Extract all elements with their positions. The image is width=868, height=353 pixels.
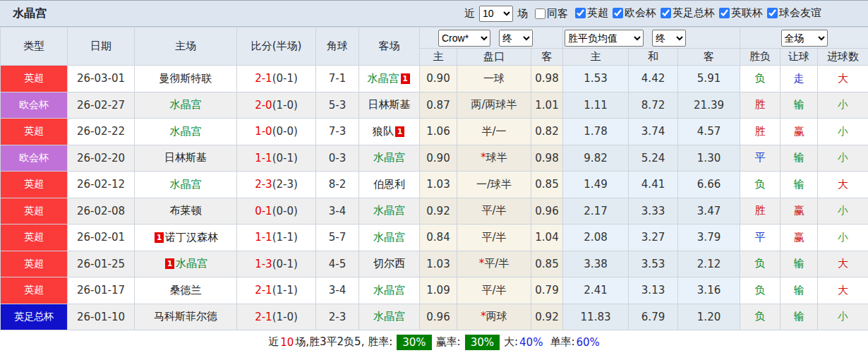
avg-draw-odds: 6.79 bbox=[629, 304, 678, 330]
league-filter-1[interactable]: 英超 bbox=[575, 6, 608, 20]
col-header-away: 客场 bbox=[359, 28, 420, 66]
league-type-badge: 英足总杯 bbox=[1, 304, 68, 330]
league-filter-checkbox[interactable] bbox=[719, 8, 730, 18]
bookmaker-state-select[interactable]: 终 bbox=[499, 30, 533, 47]
avg-draw-odds: 3.27 bbox=[629, 225, 678, 251]
avg-home-odds: 3.38 bbox=[563, 251, 629, 277]
league-filter-label: 球会友谊 bbox=[779, 6, 821, 20]
avg-away-odds: 3.47 bbox=[678, 198, 740, 225]
avg-away-odds: 4.57 bbox=[678, 119, 740, 145]
away-team-cell[interactable]: 狼队1 bbox=[359, 119, 420, 145]
bookmaker-home-odds: 0.87 bbox=[420, 92, 457, 119]
goals-result: 小 bbox=[818, 119, 868, 145]
away-team-cell[interactable]: 水晶宫 bbox=[359, 198, 420, 225]
near-label: 近 bbox=[464, 7, 475, 20]
corner-cell: 8-2 bbox=[316, 172, 359, 198]
away-team-cell[interactable]: 水晶宫 bbox=[359, 277, 420, 304]
summary-footer: 近10场,胜3平2负5, 胜率: 30% 赢率: 30% 大:40% 单率:60… bbox=[0, 330, 868, 353]
league-filter-checkbox[interactable] bbox=[661, 8, 671, 18]
league-filter-3[interactable]: 英足总杯 bbox=[661, 6, 715, 20]
bookmaker-away-odds: 0.92 bbox=[531, 304, 563, 330]
match-date: 26-01-17 bbox=[68, 277, 135, 304]
away-team-cell[interactable]: 切尔西 bbox=[359, 251, 420, 277]
avg-odds-select[interactable]: 胜平负均值 bbox=[565, 30, 644, 47]
handicap-result: 赢 bbox=[780, 225, 818, 251]
handicap-cell: 平/半 bbox=[457, 277, 531, 304]
corner-cell: 5-7 bbox=[316, 225, 359, 251]
match-scope-select[interactable]: 全场 bbox=[781, 30, 828, 47]
handicap-line: 半/一 bbox=[481, 125, 506, 138]
handicap-result: 输 bbox=[780, 304, 818, 330]
recent-games-select[interactable]: 10 bbox=[479, 6, 513, 22]
home-team-cell[interactable]: 1诺丁汉森林 bbox=[135, 225, 237, 251]
win-loss-result: 平 bbox=[740, 225, 780, 251]
home-team-name: 日林斯基 bbox=[164, 151, 207, 164]
avg-home-odds: 1.11 bbox=[563, 92, 629, 119]
home-team-cell[interactable]: 水晶宫 bbox=[135, 119, 237, 145]
bookmaker-away-odds: 0.82 bbox=[531, 119, 563, 145]
bookmaker-home-odds: 0.96 bbox=[420, 304, 457, 330]
home-team-cell[interactable]: 1水晶宫 bbox=[135, 251, 237, 277]
handicap-result: 赢 bbox=[780, 198, 818, 225]
handicap-result: 输 bbox=[780, 251, 818, 277]
handicap-line: 平/半 bbox=[484, 257, 509, 270]
handicap-line: 两/两球半 bbox=[471, 98, 517, 111]
bookmaker-select[interactable]: Crow* bbox=[438, 30, 490, 47]
league-filter-label: 欧会杯 bbox=[625, 6, 656, 20]
team-title: 水晶宫 bbox=[13, 6, 47, 21]
home-team-cell[interactable]: 布莱顿 bbox=[135, 198, 237, 225]
bookmaker-home-odds: 0.90 bbox=[420, 66, 457, 92]
bookmaker-home-odds: 0.92 bbox=[420, 198, 457, 225]
league-filter-2[interactable]: 欧会杯 bbox=[613, 6, 656, 20]
home-team-cell[interactable]: 日林斯基 bbox=[135, 145, 237, 172]
league-filter-4[interactable]: 英联杯 bbox=[719, 6, 763, 20]
halftime-score: (1-1) bbox=[272, 231, 298, 244]
away-team-cell[interactable]: 水晶宫 bbox=[359, 304, 420, 330]
away-team-name: 日林斯基 bbox=[368, 98, 411, 111]
league-filter-checkbox[interactable] bbox=[613, 8, 623, 18]
avg-state-select[interactable]: 终 bbox=[652, 30, 686, 47]
home-team-cell[interactable]: 桑德兰 bbox=[135, 277, 237, 304]
league-filter-checkbox[interactable] bbox=[575, 8, 586, 18]
away-team-cell[interactable]: 伯恩利 bbox=[359, 172, 420, 198]
home-team-cell[interactable]: 马科斯菲尔德 bbox=[135, 304, 237, 330]
sub-header-crow-home: 主 bbox=[420, 49, 457, 66]
avg-away-odds: 1.30 bbox=[678, 145, 740, 172]
home-team-cell[interactable]: 水晶宫 bbox=[135, 92, 237, 119]
goals-result: 大 bbox=[818, 251, 868, 277]
away-team-name: 狼队 bbox=[373, 125, 394, 138]
avg-draw-odds: 3.13 bbox=[629, 277, 678, 304]
goals-result: 小 bbox=[818, 198, 868, 225]
same-away-filter[interactable]: 同客 bbox=[535, 7, 568, 20]
league-filter-checkbox[interactable] bbox=[767, 8, 778, 18]
away-team-cell[interactable]: 日林斯基 bbox=[359, 92, 420, 119]
same-away-checkbox[interactable] bbox=[535, 8, 545, 19]
away-team-name: 水晶宫 bbox=[373, 231, 405, 244]
home-team-cell[interactable]: 曼彻斯特联 bbox=[135, 66, 237, 92]
match-date: 26-01-10 bbox=[68, 304, 135, 330]
bookmaker-away-odds: 0.98 bbox=[531, 145, 563, 172]
col-header-type: 类型 bbox=[1, 28, 68, 66]
avg-home-odds: 9.82 bbox=[563, 145, 629, 172]
match-row: 英超 26-03-01 曼彻斯特联 2-1(0-1) 7-1 水晶宫1 0.90… bbox=[1, 66, 868, 92]
away-team-cell[interactable]: 水晶宫 bbox=[359, 145, 420, 172]
away-team-cell[interactable]: 水晶宫1 bbox=[359, 66, 420, 92]
home-team-name: 布莱顿 bbox=[170, 204, 202, 217]
goals-result: 大 bbox=[818, 66, 868, 92]
fulltime-score: 2-3 bbox=[255, 178, 272, 191]
home-team-name: 水晶宫 bbox=[170, 178, 202, 191]
away-team-cell[interactable]: 水晶宫 bbox=[359, 225, 420, 251]
away-team-name: 水晶宫 bbox=[373, 151, 405, 164]
win-loss-result: 负 bbox=[740, 304, 780, 330]
avg-home-odds: 1.78 bbox=[563, 119, 629, 145]
league-filter-5[interactable]: 球会友谊 bbox=[767, 6, 821, 20]
league-type-badge: 英超 bbox=[1, 119, 68, 145]
handicap-cell: 一/球半 bbox=[457, 172, 531, 198]
fulltime-score: 2-0 bbox=[255, 99, 272, 112]
home-team-cell[interactable]: 水晶宫 bbox=[135, 172, 237, 198]
fulltime-score: 0-1 bbox=[255, 205, 272, 217]
win-loss-result: 负 bbox=[740, 251, 780, 277]
bookmaker-home-odds: 1.06 bbox=[420, 119, 457, 145]
avg-draw-odds: 8.72 bbox=[629, 92, 678, 119]
win-rate-badge: 30% bbox=[397, 335, 431, 350]
